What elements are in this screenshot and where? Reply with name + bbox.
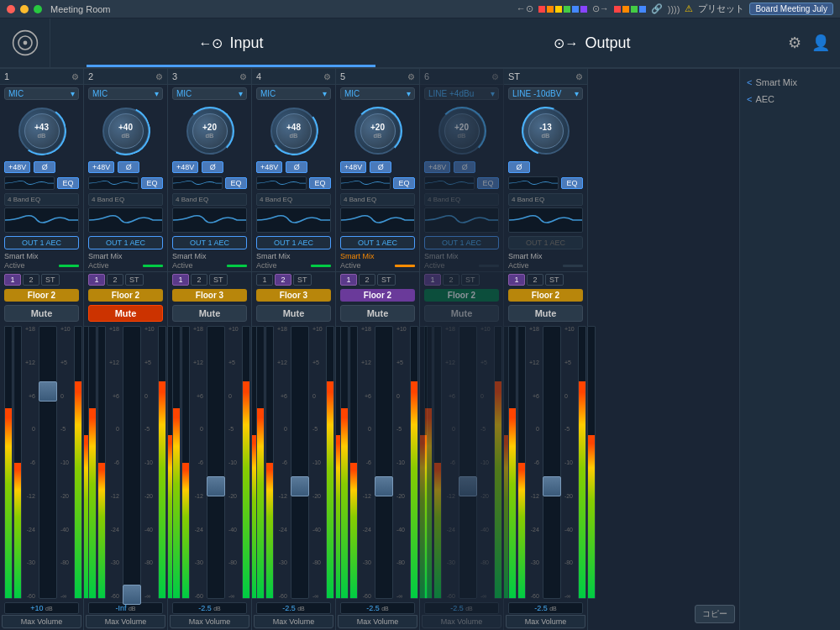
max-vol-button[interactable]: Max Volume [86,615,165,628]
mute-button[interactable]: Mute [172,305,247,322]
bus-btn-1[interactable]: 1 [256,274,273,286]
bus-btn-ST[interactable]: ST [461,274,480,286]
fader-handle[interactable] [39,381,57,402]
phantom-btn[interactable]: +48V [4,161,30,173]
ch-gear-icon[interactable]: ⚙ [407,72,415,81]
bus-btn-1[interactable]: 1 [340,274,357,286]
mute-button[interactable]: Mute [340,305,415,322]
eq-btn[interactable]: EQ [309,177,331,189]
phase-btn[interactable]: Ø [454,161,475,173]
mute-button[interactable]: Mute [424,305,499,322]
fader-col[interactable] [459,326,477,599]
phantom-btn[interactable]: +48V [340,161,366,173]
out-btn[interactable]: OUT 1 AEC [424,236,499,249]
ch-type-select[interactable]: MIC ▾ [88,87,163,100]
out-btn[interactable]: OUT 1 AEC [88,236,163,249]
settings-icon[interactable]: ⚙ [788,34,801,52]
mute-button[interactable]: Mute [256,305,331,322]
mute-button[interactable]: Mute [508,305,583,322]
fader-handle[interactable] [207,476,225,496]
out-btn[interactable]: OUT 1 AEC [256,236,331,249]
eq-btn[interactable]: EQ [141,177,163,189]
eq-btn[interactable]: EQ [477,177,499,189]
bus-btn-1[interactable]: 1 [508,274,525,286]
ch-gear-icon[interactable]: ⚙ [71,72,79,81]
bus-btn-2[interactable]: 2 [107,274,123,286]
phantom-btn[interactable]: +48V [424,161,450,173]
ch-gear-icon[interactable]: ⚙ [239,72,247,81]
phase-btn[interactable]: Ø [508,161,530,173]
phase-btn[interactable]: Ø [118,161,139,173]
ch-type-select[interactable]: MIC ▾ [256,87,331,100]
bus-btn-2[interactable]: 2 [275,274,291,286]
mute-button[interactable]: Mute [88,305,163,322]
gain-knob[interactable]: +40 dB [102,108,150,155]
bus-btn-ST[interactable]: ST [125,274,144,286]
copy-button[interactable]: コピー [695,605,735,623]
bus-btn-ST[interactable]: ST [209,274,228,286]
fader-handle[interactable] [543,476,561,496]
gain-knob[interactable]: +20 dB [438,108,486,155]
ch-gear-icon[interactable]: ⚙ [575,72,583,81]
bus-btn-ST[interactable]: ST [545,274,564,286]
bus-btn-2[interactable]: 2 [359,274,375,286]
fader-track[interactable] [459,326,477,599]
bus-btn-ST[interactable]: ST [293,274,312,286]
eq-btn[interactable]: EQ [57,177,79,189]
fader-track[interactable] [375,326,393,599]
eq-btn[interactable]: EQ [393,177,415,189]
out-btn[interactable]: OUT 1 AEC [4,236,79,249]
bus-btn-ST[interactable]: ST [377,274,396,286]
ch-type-select[interactable]: MIC ▾ [340,87,415,100]
fader-handle[interactable] [123,585,141,605]
max-vol-button[interactable]: Max Volume [2,615,81,628]
out-btn[interactable]: OUT 1 AEC [172,236,247,249]
ch-type-select[interactable]: MIC ▾ [172,87,247,100]
phantom-btn[interactable]: +48V [172,161,198,173]
fader-track[interactable] [39,326,57,599]
right-panel-aec[interactable]: < AEC [747,92,833,106]
phantom-btn[interactable]: +48V [88,161,114,173]
ch-gear-icon[interactable]: ⚙ [155,72,163,81]
bus-btn-1[interactable]: 1 [424,274,441,286]
bus-btn-2[interactable]: 2 [443,274,459,286]
fader-col[interactable] [39,326,57,599]
max-vol-button[interactable]: Max Volume [254,615,333,628]
ch-type-select[interactable]: MIC ▾ [4,87,79,100]
fader-col[interactable] [291,326,309,599]
phantom-btn[interactable]: +48V [256,161,282,173]
max-vol-button[interactable]: Max Volume [170,615,249,628]
bus-btn-1[interactable]: 1 [4,274,21,286]
preset-button[interactable]: Board Meeting July [749,3,833,15]
out-btn[interactable]: OUT 1 AEC [340,236,415,249]
user-icon[interactable]: 👤 [811,34,830,52]
gain-knob[interactable]: +20 dB [186,108,234,155]
fader-track[interactable] [123,326,141,599]
ch-type-select[interactable]: LINE +4dBu ▾ [424,87,499,100]
fader-col[interactable] [123,326,141,599]
max-vol-button[interactable]: Max Volume [338,615,417,628]
eq-btn[interactable]: EQ [561,177,583,189]
right-panel-smartmix[interactable]: < Smart Mix [747,76,833,89]
tab-input[interactable]: ←⊙ Input [50,18,412,67]
gain-knob[interactable]: +43 dB [18,108,66,155]
fader-track[interactable] [207,326,225,599]
fader-handle[interactable] [375,476,393,496]
phase-btn[interactable]: Ø [34,161,55,173]
bus-btn-ST[interactable]: ST [41,274,60,286]
bus-btn-1[interactable]: 1 [172,274,189,286]
fader-handle[interactable] [459,476,477,496]
gain-knob[interactable]: -13 dB [522,108,570,155]
max-vol-button[interactable]: Max Volume [506,615,585,628]
bus-btn-2[interactable]: 2 [191,274,207,286]
phase-btn[interactable]: Ø [286,161,307,173]
gain-knob[interactable]: +48 dB [270,108,318,155]
bus-btn-1[interactable]: 1 [88,274,105,286]
fader-col[interactable] [207,326,225,599]
ch-gear-icon[interactable]: ⚙ [491,72,499,81]
fader-col[interactable] [543,326,561,599]
ch-type-select[interactable]: LINE -10dBV ▾ [508,87,583,100]
mute-button[interactable]: Mute [4,305,79,322]
gain-knob[interactable]: +20 dB [354,108,402,155]
tab-output[interactable]: ⊙→ Output [412,18,773,67]
